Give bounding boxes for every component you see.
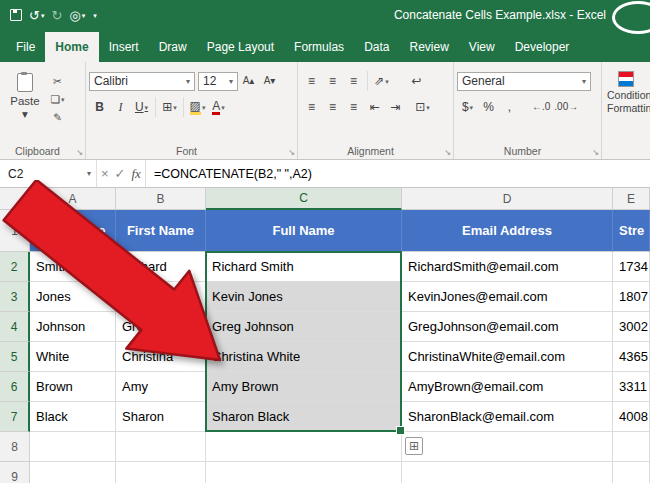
tab-formulas[interactable]: Formulas: [284, 32, 354, 62]
column-header-d[interactable]: D: [402, 188, 613, 210]
conditional-formatting-label-line2[interactable]: Formatting: [605, 102, 647, 115]
cell-a8[interactable]: [30, 432, 116, 462]
bold-button[interactable]: B: [89, 97, 110, 117]
cell-e6[interactable]: 3311: [613, 372, 650, 402]
column-header-a[interactable]: A: [30, 188, 116, 210]
cell-b3[interactable]: Kevin: [116, 282, 206, 312]
tab-draw[interactable]: Draw: [149, 32, 197, 62]
wrap-text-button[interactable]: ↩: [406, 71, 427, 91]
cell-d7[interactable]: SharonBlack@email.com: [402, 402, 613, 432]
cell-e8[interactable]: [613, 432, 650, 462]
cell-c4[interactable]: Greg Johnson: [206, 312, 402, 342]
redo-button[interactable]: ↻: [49, 9, 64, 22]
cell-d3[interactable]: KevinJones@email.com: [402, 282, 613, 312]
align-top-button[interactable]: ≡: [301, 71, 322, 91]
formula-input[interactable]: =CONCATENATE(B2," ",A2): [146, 160, 650, 187]
row-header-5[interactable]: 5: [0, 342, 30, 372]
header-cell-last-name[interactable]: Last Name: [30, 210, 116, 252]
quick-analysis-button[interactable]: ⊞: [405, 437, 423, 455]
decrease-decimal-button[interactable]: .00→: [552, 97, 580, 117]
cell-a2[interactable]: Smith: [30, 252, 116, 282]
font-color-button[interactable]: A▾: [208, 97, 229, 117]
cell-a7[interactable]: Black: [30, 402, 116, 432]
row-header-9[interactable]: 9: [0, 462, 30, 483]
row-header-8[interactable]: 8: [0, 432, 30, 462]
cell-b9[interactable]: [116, 462, 206, 483]
header-cell-first-name[interactable]: First Name: [116, 210, 206, 252]
cell-c8[interactable]: [206, 432, 402, 462]
increase-indent-button[interactable]: ⇥: [385, 97, 406, 117]
row-header-7[interactable]: 7: [0, 402, 30, 432]
font-name-combo[interactable]: Calibri▾: [89, 72, 195, 91]
cell-d6[interactable]: AmyBrown@email.com: [402, 372, 613, 402]
tab-developer[interactable]: Developer: [505, 32, 580, 62]
align-right-button[interactable]: ≡: [343, 97, 364, 117]
cell-c5[interactable]: Christina White: [206, 342, 402, 372]
cell-e2[interactable]: 1734: [613, 252, 650, 282]
cell-a6[interactable]: Brown: [30, 372, 116, 402]
cell-a4[interactable]: Johnson: [30, 312, 116, 342]
select-all-corner[interactable]: [0, 188, 30, 210]
cell-c3[interactable]: Kevin Jones: [206, 282, 402, 312]
cell-e5[interactable]: 4365: [613, 342, 650, 372]
number-format-combo[interactable]: General▾: [457, 72, 591, 91]
orientation-button[interactable]: ⇗▾: [371, 71, 392, 91]
cell-b7[interactable]: Sharon: [116, 402, 206, 432]
tab-view[interactable]: View: [459, 32, 505, 62]
cut-button[interactable]: ✂: [47, 74, 68, 88]
underline-button[interactable]: U▾: [131, 97, 152, 117]
fill-color-button[interactable]: ▨▾: [187, 97, 208, 117]
italic-button[interactable]: I: [110, 97, 131, 117]
cell-b6[interactable]: Amy: [116, 372, 206, 402]
percent-style-button[interactable]: %: [478, 97, 499, 117]
clipboard-dialog-launcher-icon[interactable]: ↘: [76, 148, 83, 157]
cell-d4[interactable]: GregJohnson@email.com: [402, 312, 613, 342]
save-button[interactable]: [8, 9, 24, 21]
paste-button[interactable]: Paste ▾: [3, 67, 47, 143]
grow-font-button[interactable]: A▴: [238, 71, 259, 91]
tab-insert[interactable]: Insert: [99, 32, 149, 62]
insert-function-button[interactable]: fx: [132, 167, 141, 180]
cell-b5[interactable]: Christina: [116, 342, 206, 372]
cell-d8[interactable]: [402, 432, 613, 462]
align-middle-button[interactable]: ≡: [322, 71, 343, 91]
cell-a3[interactable]: Jones: [30, 282, 116, 312]
cell-e4[interactable]: 3002: [613, 312, 650, 342]
align-center-button[interactable]: ≡: [322, 97, 343, 117]
cell-a5[interactable]: White: [30, 342, 116, 372]
tab-data[interactable]: Data: [354, 32, 399, 62]
merge-center-button[interactable]: ⊡▾: [412, 97, 433, 117]
cancel-button[interactable]: ×: [101, 167, 109, 180]
number-dialog-launcher-icon[interactable]: ↘: [592, 148, 599, 157]
tab-review[interactable]: Review: [399, 32, 458, 62]
undo-button[interactable]: ↺▾: [27, 9, 46, 22]
cell-e9[interactable]: [613, 462, 650, 483]
font-size-combo[interactable]: 12▾: [198, 72, 238, 91]
increase-decimal-button[interactable]: ←.0: [530, 97, 552, 117]
row-header-6[interactable]: 6: [0, 372, 30, 402]
tab-file[interactable]: File: [6, 32, 45, 62]
name-box[interactable]: C2 ▾: [0, 160, 97, 187]
cell-d9[interactable]: [402, 462, 613, 483]
conditional-formatting-label-line1[interactable]: Conditional: [605, 89, 647, 102]
cell-c2-active[interactable]: Richard Smith: [206, 252, 402, 282]
align-left-button[interactable]: ≡: [301, 97, 322, 117]
row-header-4[interactable]: 4: [0, 312, 30, 342]
cell-c7[interactable]: Sharon Black: [206, 402, 402, 432]
header-cell-street[interactable]: Stre: [613, 210, 650, 252]
tab-home[interactable]: Home: [45, 32, 98, 62]
touch-mode-button[interactable]: ◎▾: [67, 9, 87, 22]
cell-c6[interactable]: Amy Brown: [206, 372, 402, 402]
format-painter-button[interactable]: ✎: [47, 110, 68, 124]
cell-c9[interactable]: [206, 462, 402, 483]
copy-button[interactable]: ❏▾: [47, 92, 68, 106]
header-cell-email-address[interactable]: Email Address: [402, 210, 613, 252]
cell-b2[interactable]: Richard: [116, 252, 206, 282]
cell-d2[interactable]: RichardSmith@email.com: [402, 252, 613, 282]
cell-d5[interactable]: ChristinaWhite@email.com: [402, 342, 613, 372]
decrease-indent-button[interactable]: ⇤: [364, 97, 385, 117]
cell-e7[interactable]: 4008: [613, 402, 650, 432]
row-header-2[interactable]: 2: [0, 252, 30, 282]
cell-e3[interactable]: 1807: [613, 282, 650, 312]
column-header-b[interactable]: B: [116, 188, 206, 210]
